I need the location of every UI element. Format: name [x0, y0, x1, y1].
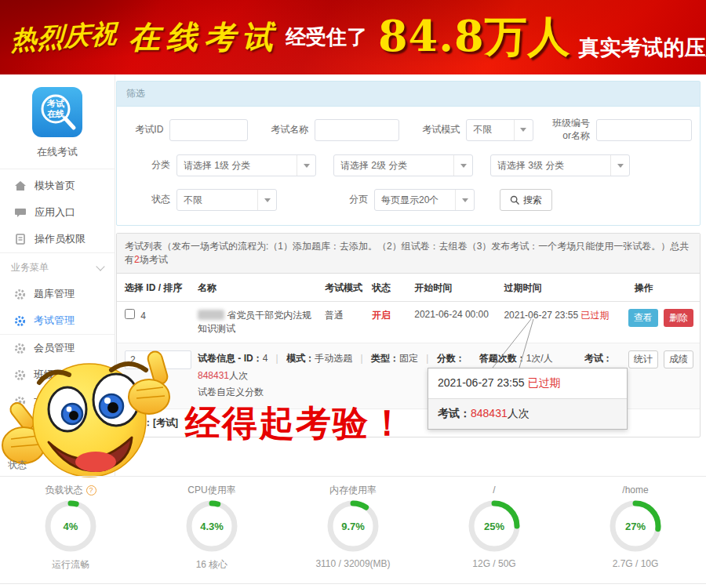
- class-id-input[interactable]: [596, 119, 692, 141]
- paging-select[interactable]: 每页显示20个: [374, 189, 475, 211]
- gauge-value: 27%: [610, 500, 661, 552]
- divider: [0, 583, 706, 584]
- gauge-title: 内存使用率: [329, 484, 377, 497]
- gauge-title: /: [493, 485, 495, 495]
- info-label: 类型：: [371, 353, 399, 364]
- paging-label: 分页: [322, 194, 368, 206]
- exam-list-header-text: 考试列表（发布一场考试的流程为:（1）添加题库：去添加。（2）组试卷：去组卷（3…: [125, 241, 689, 265]
- gauge-sub: 运行流畅: [52, 558, 89, 572]
- exam-mode-select[interactable]: 不限: [466, 119, 533, 141]
- exam-count-label: 考试：: [584, 353, 613, 364]
- tooltip-exam-unit: 人次: [508, 407, 530, 419]
- search-button-label: 搜索: [523, 194, 542, 207]
- exam-list-header-suffix: 场考试: [140, 254, 168, 265]
- gauge-home-disk: /home 27% 2.7G / 10G: [565, 483, 706, 572]
- paper-custom-score: 试卷自定义分数: [198, 387, 264, 397]
- divider: [0, 476, 706, 477]
- server-status-gauges: 负载状态 ? 4% 运行流畅 CPU使用率 4.3% 16 核心: [0, 483, 706, 572]
- gauge-sub: 3110 / 32009(MB): [315, 558, 390, 569]
- gauge-memory: 内存使用率 9.7% 3110 / 32009(MB): [282, 483, 424, 572]
- banner-tail-text: 真实考试的压力考验: [579, 34, 706, 62]
- sidebar-item-exam-management[interactable]: 考试管理: [0, 307, 115, 335]
- category3-value: 请选择 3级 分类: [491, 159, 610, 172]
- col-expire: 过期时间: [500, 274, 621, 302]
- gauge-cpu: CPU使用率 4.3% 16 核心: [141, 483, 282, 572]
- sidebar-item-question-bank[interactable]: 题库管理: [0, 281, 115, 307]
- info-label: 模式：: [286, 353, 315, 364]
- promo-banner: 热烈庆祝 在线考试 经受住了 84.8万人 真实考试的压力考验: [0, 0, 706, 74]
- gauge-sub: 16 核心: [196, 558, 228, 572]
- app-logo-icon[interactable]: 考试 在线: [32, 87, 82, 137]
- stats-button[interactable]: 统计: [628, 350, 658, 368]
- exam-mode-label: 考试模式: [420, 124, 460, 136]
- gauge-sub: 2.7G / 10G: [613, 558, 659, 569]
- exam-id-input[interactable]: [169, 119, 248, 141]
- info-value: 4: [263, 353, 268, 364]
- info-value: 手动选题: [315, 353, 352, 364]
- gauge-value: 4.3%: [186, 500, 238, 552]
- gauge-sub: 12G / 50G: [472, 558, 515, 569]
- row-checkbox[interactable]: [125, 309, 135, 319]
- delete-button[interactable]: 删除: [664, 309, 693, 327]
- exam-count: 2: [134, 254, 140, 265]
- app-name: 在线考试: [0, 145, 115, 169]
- col-start: 开始时间: [411, 274, 500, 302]
- category2-select[interactable]: 请选择 2级 分类: [333, 154, 473, 176]
- filter-panel: 筛选 考试ID 考试名称 考试模式 不限 班级编号or名称 分类 请选择 1级 …: [116, 81, 701, 226]
- sidebar-item-app-entry[interactable]: 应用入口: [0, 199, 115, 226]
- exam-count-value: 848431: [198, 370, 229, 381]
- search-icon: [510, 195, 519, 205]
- col-select-id: 选择 ID / 排序: [117, 274, 195, 302]
- chevron-down-icon: [610, 155, 629, 176]
- gauge-value: 9.7%: [327, 500, 379, 552]
- info-label: 试卷信息 - ID：: [198, 353, 263, 364]
- sidebar-item-module-home[interactable]: 模块首页: [0, 172, 115, 199]
- col-status: 状态: [369, 274, 411, 302]
- document-icon: [14, 233, 27, 245]
- sidebar-group-label: 业务菜单: [11, 261, 49, 274]
- expire-tooltip: 2021-06-27 23:55 已过期 考试：848431人次: [428, 368, 628, 430]
- category3-select[interactable]: 请选择 3级 分类: [490, 154, 630, 176]
- col-name: 名称: [195, 274, 322, 302]
- info-label: 分数：: [437, 353, 465, 364]
- exam-status: 开启: [372, 310, 391, 321]
- sidebar-item-operator-perms[interactable]: 操作员权限: [0, 226, 115, 252]
- sidebar-item-label: 模块首页: [35, 179, 75, 193]
- tooltip-expire-time: 2021-06-27 23:55: [438, 376, 525, 389]
- sidebar-item-label: 考试管理: [34, 314, 75, 328]
- gear-icon: [14, 289, 26, 300]
- category1-select[interactable]: 请选择 1级 分类: [176, 154, 316, 176]
- table-row: 4 省党员干部党内法规知识测试 普通 开启 2021-06-24 00:00 2…: [117, 302, 700, 343]
- expired-badge: 已过期: [581, 310, 610, 321]
- exam-id-label: 考试ID: [125, 124, 163, 136]
- info-value: 1次/人: [526, 353, 553, 364]
- score-button[interactable]: 成绩: [664, 350, 693, 368]
- sidebar-item-label: 题库管理: [34, 287, 75, 301]
- gauge-title: 负载状态: [45, 484, 83, 497]
- exam-name-input[interactable]: [315, 119, 399, 141]
- search-button[interactable]: 搜索: [500, 189, 552, 211]
- name-blur-mask: [198, 310, 224, 320]
- view-button[interactable]: 查看: [628, 309, 658, 327]
- help-icon[interactable]: ?: [86, 485, 96, 495]
- row-id: 4: [140, 310, 146, 321]
- col-actions: 操作: [622, 274, 700, 302]
- paging-value: 每页显示20个: [375, 194, 455, 207]
- category-label: 分类: [125, 159, 170, 172]
- gauge-title: /home: [622, 485, 648, 495]
- status-select[interactable]: 不限: [176, 189, 277, 211]
- sidebar-item-label: 应用入口: [35, 205, 75, 220]
- tooltip-exam-label: 考试：: [438, 407, 471, 419]
- gauge-value: 4%: [45, 500, 96, 552]
- sidebar-item-label: 操作员权限: [35, 232, 86, 246]
- info-label: 答题次数：: [479, 353, 526, 364]
- sidebar-group-business[interactable]: 业务菜单: [0, 252, 115, 281]
- gauge-title: CPU使用率: [187, 484, 235, 497]
- status-value: 不限: [177, 194, 257, 207]
- page: 热烈庆祝 在线考试 经受住了 84.8万人 真实考试的压力考验 考试 在线 在线…: [0, 0, 706, 588]
- banner-celebrate-text: 热烈庆祝: [10, 16, 118, 59]
- exam-expire-time: 2021-06-27 23:55: [504, 310, 578, 321]
- status-label: 状态: [125, 194, 170, 206]
- chevron-down-icon: [453, 155, 472, 176]
- chevron-down-icon: [297, 155, 315, 176]
